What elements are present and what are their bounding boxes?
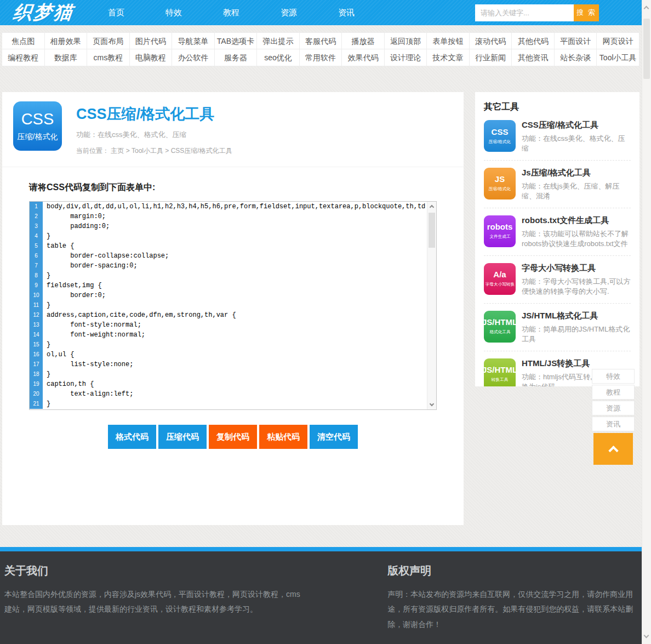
- tool-list: CSS 压缩/格式化 CSS压缩/格式化工具 功能：在线css美化、格式化、压缩…: [484, 113, 631, 386]
- menu-item[interactable]: 平面设计: [555, 32, 597, 49]
- action-button[interactable]: 复制代码: [209, 425, 257, 449]
- floating-nav-item[interactable]: 特效: [592, 369, 635, 384]
- menu-item[interactable]: 导航菜单: [172, 32, 215, 49]
- menu-item[interactable]: 播放器: [342, 32, 385, 49]
- scrollbar-up-icon[interactable]: [644, 6, 649, 12]
- menu-item[interactable]: 其他资讯: [512, 49, 555, 66]
- menu-item[interactable]: 服务器: [215, 49, 258, 66]
- action-button[interactable]: 清空代码: [310, 425, 358, 449]
- site-logo[interactable]: 织梦猫: [12, 0, 76, 25]
- floating-nav-item[interactable]: 资讯: [592, 417, 635, 431]
- code-line: }: [30, 231, 436, 241]
- scrollbar-thumb[interactable]: [643, 19, 650, 79]
- footer-copyright-title: 版权声明: [387, 563, 636, 578]
- floating-nav-item[interactable]: 教程: [592, 385, 635, 400]
- form-heading: 请将CSS代码复制到下面表单中:: [29, 182, 437, 193]
- search-input[interactable]: [475, 4, 574, 21]
- scrollbar-down-icon[interactable]: [644, 633, 649, 639]
- tool-list-item[interactable]: JS 压缩/格式化 Js压缩/格式化工具 功能：在线js美化、压缩、解压缩、混淆: [484, 161, 631, 208]
- menu-item[interactable]: 相册效果: [45, 32, 88, 49]
- nav-item[interactable]: 特效: [160, 4, 187, 21]
- tool-item-icon: A/a 字母大小写转换: [484, 263, 516, 295]
- tool-item-icon: JS/HTML 转换工具: [484, 358, 516, 386]
- code-line-text: }: [43, 340, 50, 350]
- code-line-text: border:0;: [43, 290, 106, 300]
- menu-item[interactable]: 技术文章: [427, 49, 470, 66]
- tool-item-title[interactable]: Js压缩/格式化工具: [522, 168, 631, 178]
- tool-list-item[interactable]: CSS 压缩/格式化 CSS压缩/格式化工具 功能：在线css美化、格式化、压缩: [484, 113, 631, 161]
- code-line: }: [30, 340, 436, 350]
- footer-copyright-text: 声明：本站发布的资源均来自互联网，仅供交流学习之用，请勿作商业用途，所有资源版权…: [387, 587, 636, 632]
- css-code-editor[interactable]: body,div,dl,dt,dd,ul,ol,li,h1,h2,h3,h4,h…: [29, 201, 437, 410]
- tool-item-title[interactable]: robots.txt文件生成工具: [522, 215, 631, 226]
- menu-item[interactable]: cms教程: [87, 49, 130, 66]
- action-button[interactable]: 压缩代码: [158, 425, 207, 449]
- menu-item[interactable]: 编程教程: [2, 49, 45, 66]
- menu-item[interactable]: 电脑教程: [130, 49, 173, 66]
- menu-item[interactable]: 页面布局: [87, 32, 130, 49]
- tool-item-icon-sublabel: 格式化工具: [489, 329, 510, 335]
- nav-item[interactable]: 教程: [218, 4, 245, 21]
- menu-item[interactable]: 数据库: [45, 49, 88, 66]
- tool-item-info: CSS压缩/格式化工具 功能：在线css美化、格式化、压缩: [522, 120, 631, 154]
- tool-list-item[interactable]: JS/HTML 格式化工具 JS/HTML格式化工具 功能：简单易用的JS/HT…: [484, 304, 631, 351]
- menu-item[interactable]: 滚动代码: [470, 32, 512, 49]
- menu-item[interactable]: 其他代码: [512, 32, 555, 49]
- action-button[interactable]: 格式代码: [108, 425, 156, 449]
- page-title: CSS压缩/格式化工具: [76, 104, 232, 124]
- menu-item[interactable]: 返回顶部: [385, 32, 427, 49]
- back-to-top-button[interactable]: [593, 433, 633, 465]
- menu-item[interactable]: 表单按钮: [427, 32, 470, 49]
- nav-item[interactable]: 首页: [102, 4, 130, 21]
- nav-item[interactable]: 资源: [275, 4, 302, 21]
- action-button[interactable]: 粘贴代码: [259, 425, 307, 449]
- menu-item[interactable]: 焦点图: [2, 32, 45, 49]
- code-line: text-align:left;: [30, 389, 436, 399]
- menu-row-1: 焦点图相册效果页面布局图片代码导航菜单TAB选项卡弹出提示客服代码播放器返回顶部…: [2, 32, 639, 49]
- scroll-down-icon[interactable]: [430, 402, 434, 406]
- tool-list-item[interactable]: A/a 字母大小写转换 字母大小写转换工具 功能：字母大小写转换工具,可以方便快…: [484, 256, 631, 304]
- menu-item[interactable]: 客服代码: [300, 32, 342, 49]
- tool-form: 请将CSS代码复制到下面表单中: body,div,dl,dt,dd,ul,ol…: [2, 167, 464, 449]
- tool-item-icon: JS 压缩/格式化: [484, 168, 516, 200]
- code-line-text: font-style:normal;: [43, 320, 141, 330]
- tool-item-title[interactable]: JS/HTML格式化工具: [522, 311, 631, 321]
- tool-list-item[interactable]: robots 文件生成工 robots.txt文件生成工具 功能：该功能可以帮助…: [484, 208, 631, 256]
- code-line-text: caption,th {: [43, 379, 94, 389]
- tool-item-title[interactable]: HTML/JS转换工具: [522, 358, 631, 369]
- nav-item[interactable]: 资讯: [333, 4, 360, 21]
- floating-nav-item[interactable]: 资源: [592, 401, 635, 415]
- menu-item[interactable]: 图片代码: [130, 32, 173, 49]
- tool-item-title[interactable]: 字母大小写转换工具: [522, 263, 631, 273]
- editor-scrollbar[interactable]: [427, 202, 436, 409]
- tool-subtitle: 功能：在线css美化、格式化、压缩: [76, 130, 232, 140]
- menu-item[interactable]: 常用软件: [300, 49, 342, 66]
- code-line-text: border-collapse:collapse;: [43, 251, 169, 261]
- tool-item-desc: 功能：简单易用的JS/HTML格式化工具: [522, 324, 631, 345]
- menu-item[interactable]: 设计理论: [385, 49, 427, 66]
- menu-item[interactable]: 行业新闻: [470, 49, 512, 66]
- menu-row-2: 编程教程数据库cms教程电脑教程办公软件服务器seo优化常用软件效果代码设计理论…: [2, 49, 639, 66]
- menu-item[interactable]: TAB选项卡: [215, 32, 258, 49]
- menu-item[interactable]: 办公软件: [172, 49, 215, 66]
- code-line-text: body,div,dl,dt,dd,ul,ol,li,h1,h2,h3,h4,h…: [43, 202, 433, 212]
- menu-item[interactable]: 网页设计: [597, 32, 639, 49]
- menu-item[interactable]: 弹出提示: [257, 32, 300, 49]
- breadcrumb[interactable]: 当前位置： 主页 > Tool小工具 > CSS压缩/格式化工具: [76, 146, 232, 156]
- tool-meta: CSS压缩/格式化工具 功能：在线css美化、格式化、压缩 当前位置： 主页 >…: [76, 101, 232, 156]
- page-scrollbar[interactable]: [642, 0, 651, 644]
- code-line: font-style:normal;: [30, 320, 436, 330]
- code-line: }: [30, 399, 436, 409]
- tool-header: CSS 压缩/格式化 CSS压缩/格式化工具 功能：在线css美化、格式化、压缩…: [2, 92, 464, 167]
- scroll-up-icon[interactable]: [430, 205, 434, 209]
- menu-item[interactable]: Tool小工具: [597, 49, 639, 66]
- search-button[interactable]: 搜 索: [574, 4, 599, 21]
- code-line-text: }: [43, 300, 50, 310]
- editor-scrollbar-thumb[interactable]: [429, 213, 435, 248]
- menu-item[interactable]: 站长杂谈: [555, 49, 597, 66]
- menu-item[interactable]: seo优化: [257, 49, 300, 66]
- tool-item-title[interactable]: CSS压缩/格式化工具: [522, 120, 631, 130]
- code-line-text: }: [43, 369, 50, 379]
- menu-item[interactable]: 效果代码: [342, 49, 385, 66]
- footer-about: 关于我们 本站整合国内外优质的资源，内容涉及js效果代码，平面设计教程，网页设计…: [4, 563, 304, 632]
